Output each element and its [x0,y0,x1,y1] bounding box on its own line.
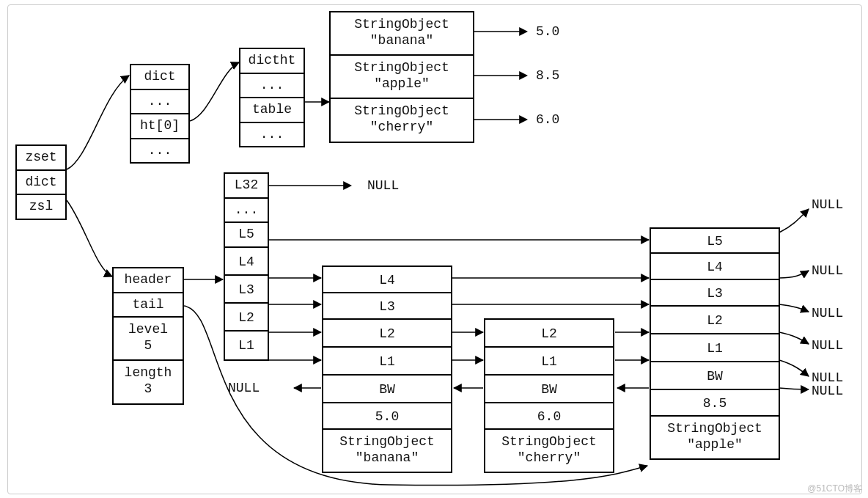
entry-cherry-value: "cherry" [336,120,467,136]
zsl-tail: tail [114,293,183,318]
node2-obj: StringObject "cherry" [485,430,613,472]
entry-type: StringObject [336,103,467,120]
dict-title: dict [131,65,188,90]
node3-L4: L4 [651,254,779,280]
node1-L4: L4 [323,267,451,293]
null-L3: NULL [812,306,843,321]
dictht-dots1: ... [240,74,304,99]
entry-banana-value: "banana" [336,33,467,49]
node3-L1: L1 [651,334,779,362]
zsl-level: level 5 [114,318,183,361]
node1-L2: L2 [323,320,451,348]
dictht-dots2: ... [240,123,304,147]
dict-dots1: ... [131,90,188,115]
header-dots: ... [225,199,268,224]
zset-zsl: zsl [17,195,65,219]
entry-type: StringObject [336,17,467,33]
node2-BW: BW [485,376,613,403]
dict-entries: StringObject "banana" StringObject "appl… [329,11,474,143]
node1-L1: L1 [323,348,451,376]
dictht-title: dictht [240,49,304,74]
dictht-table: table [240,98,304,123]
dict-dots2: ... [131,139,188,163]
node1-score: 5.0 [323,403,451,430]
node2-L2: L2 [485,320,613,348]
node1-BW: BW [323,376,451,403]
zsl-meta: header tail level 5 length 3 [112,267,184,405]
node3-BW: BW [651,362,779,390]
node1-obj-value: "banana" [329,450,445,466]
zsl-length-label: length [119,365,177,381]
skiplist-node-banana: L4 L3 L2 L1 BW 5.0 StringObject "banana" [322,266,452,473]
node3-obj-type: StringObject [657,421,773,437]
node3-obj: StringObject "apple" [651,417,779,458]
watermark: @51CTO博客 [807,483,862,495]
score-apple: 8.5 [536,68,559,83]
dict-ht0: ht[0] [131,114,188,139]
header-L5: L5 [225,223,268,248]
zsl-length-value: 3 [119,381,177,398]
node3-L2: L2 [651,307,779,334]
null-L2: NULL [812,338,843,353]
null-L5: NULL [812,197,843,212]
header-L4: L4 [225,248,268,276]
zset-dict: dict [17,171,65,196]
node2-obj-value: "cherry" [491,450,607,466]
null-L32: NULL [367,178,399,193]
zsl-level-label: level [119,322,177,338]
entry-type: StringObject [336,60,467,76]
score-banana: 5.0 [536,24,559,39]
score-cherry: 6.0 [536,112,559,127]
header-L2: L2 [225,304,268,332]
entry-apple-value: "apple" [336,76,467,92]
zsl-length: length 3 [114,361,183,403]
entry-apple: StringObject "apple" [331,56,473,99]
skiplist-node-apple: L5 L4 L3 L2 L1 BW 8.5 StringObject "appl… [650,227,780,460]
null-L1: NULL [812,370,843,385]
dict-struct: dict ... ht[0] ... [130,64,190,164]
dictht-struct: dictht ... table ... [239,48,305,147]
node1-L3: L3 [323,293,451,320]
node3-L3: L3 [651,280,779,307]
node1-obj-type: StringObject [329,434,445,450]
header-L32: L32 [225,174,268,199]
zset-title: zset [17,146,65,171]
zsl-header: header [114,268,183,293]
node3-L5: L5 [651,229,779,254]
node3-obj-value: "apple" [657,437,773,453]
skiplist-header: L32 ... L5 L4 L3 L2 L1 [224,172,269,361]
entry-cherry: StringObject "cherry" [331,99,473,141]
entry-banana: StringObject "banana" [331,12,473,56]
node3-score: 8.5 [651,390,779,417]
header-L1: L1 [225,332,268,359]
skiplist-node-cherry: L2 L1 BW 6.0 StringObject "cherry" [484,318,614,473]
node2-score: 6.0 [485,403,613,430]
null-header-bw: NULL [228,381,260,395]
null-L4: NULL [812,263,843,278]
null-bw-right: NULL [812,384,843,398]
zset-struct: zset dict zsl [15,144,67,220]
zsl-level-value: 5 [119,338,177,354]
node2-L1: L1 [485,348,613,376]
node1-obj: StringObject "banana" [323,430,451,472]
node2-obj-type: StringObject [491,434,607,450]
header-L3: L3 [225,276,268,304]
